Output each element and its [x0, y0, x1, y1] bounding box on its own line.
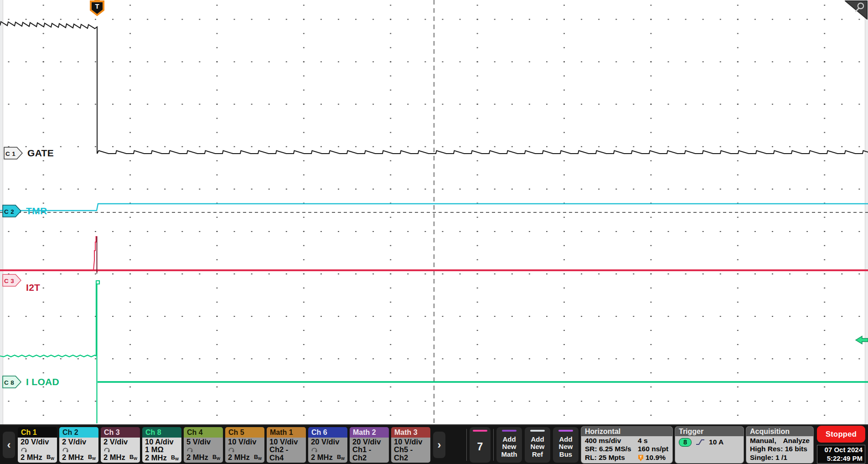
horizontal-record-length: RL: 25 Mpts — [585, 454, 636, 462]
trigger-level-arrow[interactable] — [856, 336, 868, 344]
c2-badge: C 2 — [2, 205, 21, 217]
bandwidth-icon: BW — [88, 454, 96, 461]
svg-text:C 2: C 2 — [4, 208, 14, 215]
toolbar-divider — [466, 429, 467, 461]
c3-badge: C 3 — [2, 274, 21, 287]
time-text: 5:22:49 PM — [820, 454, 863, 463]
add-new-bus-button[interactable]: AddNewBus — [553, 427, 579, 463]
horizontal-trigger-position: 10.9% — [646, 454, 666, 462]
ch-3-badge-title: Ch 3 — [101, 427, 140, 438]
ch-2-badge-title: Ch 2 — [59, 427, 98, 438]
bandwidth-icon: BW — [254, 454, 262, 461]
acquisition-analyze: Analyze — [783, 437, 810, 445]
iload-transition — [96, 281, 99, 423]
ch-3-badge-body: 2 V/div2 MHzBW — [101, 438, 140, 463]
svg-text:C 8: C 8 — [4, 379, 14, 386]
trigger-flag-letter: T — [95, 2, 99, 10]
channel-7-accent-bar — [473, 430, 487, 432]
add-new-math-accent-bar — [502, 430, 517, 432]
add-new-math-button[interactable]: AddNewMath — [496, 427, 522, 463]
channel-7-label: 7 — [477, 433, 483, 461]
ch-2-bandwidth-limit: 2 MHz — [62, 454, 84, 462]
add-new-ref-label: AddNewRef — [531, 433, 545, 461]
channel-badge-ch-4[interactable]: Ch 45 V/div2 MHzBW — [184, 427, 223, 463]
horizontal-settings-panel[interactable]: Horizontal 400 ms/div 4 s SR: 6.25 MS/s … — [581, 427, 672, 463]
ch-4-scale: 5 V/div — [186, 438, 211, 446]
channel-badge-math-2[interactable]: Math 220 V/divCh1 - Ch2 — [350, 427, 389, 463]
probe-icon — [311, 447, 318, 453]
math-3-badge-title: Math 3 — [391, 427, 430, 438]
svg-text:T: T — [640, 454, 642, 459]
c2-label-text: TMR — [26, 206, 47, 217]
trigger-source-badge: 8 — [679, 438, 692, 447]
acquisition-status-badge: Stopped — [817, 426, 865, 443]
datetime-display: 07 Oct 2024 5:22:49 PM — [817, 445, 865, 464]
svg-text:C 1: C 1 — [5, 150, 16, 157]
probe-icon — [228, 447, 235, 453]
ch-6-bandwidth-limit: 2 MHz — [311, 454, 333, 462]
channel-badge-ch-3[interactable]: Ch 32 V/div2 MHzBW — [101, 427, 140, 463]
oscilloscope-screen: T C 1 GATE C 2 TMR — [0, 0, 868, 464]
ch-6-scale: 20 V/div — [311, 438, 339, 446]
horizontal-sample-rate: SR: 6.25 MS/s — [585, 445, 636, 454]
trigger-position-mini-icon: T — [638, 454, 644, 462]
bandwidth-icon: BW — [212, 454, 220, 461]
math-2-badge-title: Math 2 — [350, 427, 389, 438]
bandwidth-icon: BW — [46, 454, 54, 461]
math-1-source-expression: Ch2 - Ch4 — [269, 446, 303, 462]
ch-5-badge-body: 10 V/div2 MHzBW — [225, 438, 264, 463]
ch-8-bandwidth-limit: 2 MHz — [145, 454, 167, 462]
channel-badge-math-3[interactable]: Math 310 V/divCh5 - Ch2 — [391, 427, 430, 463]
c3-label-text: I2T — [26, 282, 40, 293]
ch-8-scale: 10 A/div — [145, 438, 174, 446]
toolbar-divider — [493, 429, 494, 461]
ch-1-badge-title: Ch 1 — [18, 427, 57, 438]
ch-6-badge-body: 20 V/div2 MHzBW — [308, 438, 347, 463]
zoom-corner-button[interactable] — [842, 0, 868, 23]
bandwidth-icon: BW — [337, 454, 345, 461]
channel-badge-ch-6[interactable]: Ch 620 V/div2 MHzBW — [308, 427, 347, 463]
scroll-badges-right-button[interactable]: › — [433, 432, 445, 458]
horizontal-resolution: 160 ns/pt — [638, 445, 669, 454]
svg-text:C 3: C 3 — [4, 278, 14, 284]
acquisition-settings-panel[interactable]: Acquisition Manual, Analyze High Res: 16… — [746, 427, 813, 463]
add-new-ref-button[interactable]: AddNewRef — [525, 427, 550, 463]
ch-6-badge-title: Ch 6 — [308, 427, 347, 438]
bandwidth-icon: BW — [129, 454, 137, 461]
bottom-toolbar: ‹ Ch 120 V/div2 MHzBWCh 22 V/div2 MHzBWC… — [0, 424, 868, 464]
iload-trace-pre — [0, 355, 96, 356]
math-2-badge-body: 20 V/divCh1 - Ch2 — [350, 438, 389, 463]
math-2-source-expression: Ch1 - Ch2 — [352, 446, 386, 462]
c8-badge: C 8 — [2, 376, 21, 388]
trigger-level-value: 10 A — [709, 438, 723, 447]
channel-label-c1[interactable]: C 1 GATE — [4, 147, 54, 160]
channel-badge-ch-2[interactable]: Ch 22 V/div2 MHzBW — [59, 427, 98, 463]
channel-badge-ch-1[interactable]: Ch 120 V/div2 MHzBW — [18, 427, 57, 463]
ch-4-badge-body: 5 V/div2 MHzBW — [184, 438, 223, 463]
channel-badge-math-1[interactable]: Math 110 V/divCh2 - Ch4 — [267, 427, 306, 463]
channel-7-button[interactable]: 7 — [470, 427, 491, 463]
channel-badge-ch-5[interactable]: Ch 510 V/div2 MHzBW — [225, 427, 264, 463]
waveform-display[interactable]: T C 1 GATE C 2 TMR — [0, 0, 868, 424]
acquisition-panel-title: Acquisition — [746, 427, 813, 436]
channel-badge-ch-8[interactable]: Ch 810 A/div1 MΩ2 MHzBW — [142, 427, 181, 463]
trigger-position-flag[interactable]: T — [89, 0, 105, 16]
channel-label-c2[interactable]: C 2 TMR — [2, 205, 47, 217]
rising-edge-icon — [696, 438, 705, 446]
ch-8-badge-body: 10 A/div1 MΩ2 MHzBW — [142, 438, 181, 463]
ch-1-badge-body: 20 V/div2 MHzBW — [18, 438, 57, 463]
scroll-badges-left-button[interactable]: ‹ — [3, 432, 15, 458]
chevron-left-icon: ‹ — [7, 438, 11, 451]
channel-badges-strip: Ch 120 V/div2 MHzBWCh 22 V/div2 MHzBWCh … — [18, 427, 430, 463]
date-text: 07 Oct 2024 — [820, 446, 863, 454]
horizontal-panel-title: Horizontal — [581, 427, 672, 436]
probe-icon — [103, 447, 110, 453]
probe-icon — [62, 447, 69, 453]
channel-label-c8[interactable]: C 8 I LOAD — [2, 376, 59, 388]
add-new-math-label: AddNewMath — [501, 433, 517, 461]
trigger-settings-panel[interactable]: Trigger 8 10 A — [675, 427, 744, 463]
horizontal-scale: 400 ms/div — [585, 437, 636, 445]
channel-label-c3[interactable]: C 3 I2T — [2, 274, 40, 293]
acquisition-single-count: Single: 1 /1 — [750, 454, 810, 462]
ch-5-scale: 10 V/div — [228, 438, 256, 446]
